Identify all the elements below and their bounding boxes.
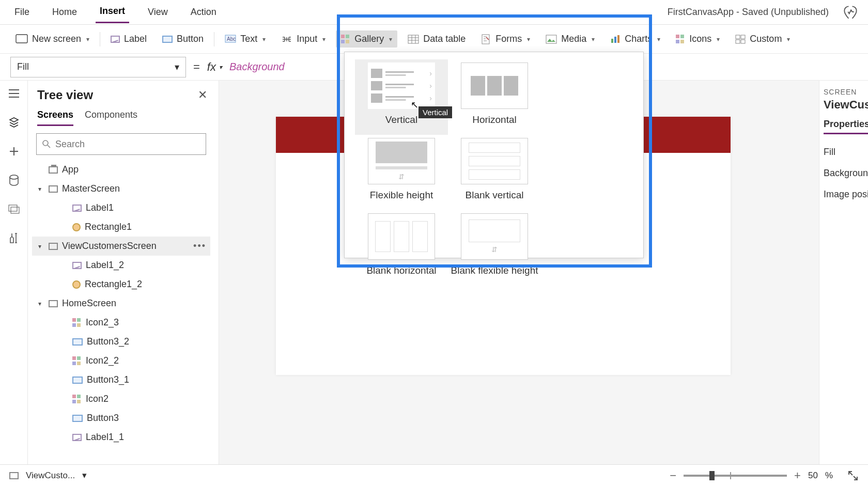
hamburger-icon[interactable] — [7, 87, 21, 100]
properties-screen-name: ViewCusto — [824, 98, 868, 112]
button-button[interactable]: Button — [157, 30, 209, 48]
tab-components[interactable]: Components — [85, 109, 137, 126]
media-button[interactable]: Media▾ — [540, 30, 600, 48]
zoom-slider[interactable] — [684, 475, 787, 477]
status-bar: ViewCusto... ▾ − + 50 % — [0, 464, 868, 486]
new-screen-button[interactable]: New screen▾ — [10, 30, 95, 48]
tree: App ▾MasterScreen Label1 Rectangle1 ▾Vie… — [32, 160, 210, 459]
svg-rect-5 — [546, 35, 556, 43]
gallery-blank-vertical[interactable]: Blank vertical — [448, 135, 541, 210]
gallery-blank-flexible[interactable]: ⇵ Blank flexible height — [448, 210, 541, 286]
zoom-thumb[interactable] — [709, 471, 715, 480]
tree-node-label1[interactable]: Label1 — [32, 198, 210, 217]
icons-label: Icons — [689, 34, 711, 44]
tree-view-icon[interactable] — [7, 116, 21, 129]
icon-icon — [72, 318, 82, 327]
custom-button[interactable]: Custom▾ — [730, 30, 795, 48]
cursor-icon: ↖ — [411, 99, 419, 111]
gallery-button[interactable]: Gallery▾ — [336, 30, 397, 48]
media-icon — [546, 35, 557, 44]
tools-icon[interactable] — [7, 231, 21, 245]
shape-icon — [72, 280, 81, 289]
add-icon[interactable] — [7, 145, 21, 158]
gallery-blank-flexible-label: Blank flexible height — [451, 265, 538, 276]
input-button[interactable]: Input▾ — [276, 30, 331, 48]
label-icon — [72, 262, 82, 269]
fx-button[interactable]: fx▾ — [207, 60, 222, 74]
svg-rect-9 — [736, 35, 740, 39]
tree-node-button3-2[interactable]: Button3_2 — [32, 332, 210, 351]
chevron-down-icon: ▾ — [86, 36, 89, 43]
tree-node-rectangle1[interactable]: Rectangle1 — [32, 217, 210, 237]
gallery-flexible[interactable]: ⇵ Flexible height — [355, 135, 448, 210]
gallery-vertical[interactable]: › › › Vertical — [355, 59, 448, 135]
app-checker-icon[interactable] — [843, 5, 858, 20]
gallery-dropdown: › › › Vertical Horizontal ⇵ Flexible hei… — [344, 52, 644, 258]
custom-icon — [735, 35, 746, 44]
more-icon[interactable]: ••• — [193, 241, 206, 252]
menu-insert[interactable]: Insert — [96, 2, 129, 23]
search-input[interactable]: Search — [36, 133, 206, 155]
tree-node-label1-2[interactable]: Label1_2 — [32, 256, 210, 275]
gallery-horizontal[interactable]: Horizontal — [448, 59, 541, 135]
tree-node-icon2[interactable]: Icon2 — [32, 389, 210, 409]
button-btn-label: Button — [177, 34, 204, 44]
ribbon: New screen▾ Label Button Abc Text▾ Input… — [0, 25, 868, 54]
formula-expression[interactable]: Background — [229, 61, 285, 73]
chevron-down-icon: ▾ — [322, 36, 326, 43]
svg-rect-10 — [741, 35, 745, 39]
menu-file[interactable]: File — [10, 3, 34, 22]
properties-tab[interactable]: Properties — [824, 119, 868, 134]
tree-node-masterscreen[interactable]: ▾MasterScreen — [32, 179, 210, 198]
prop-background[interactable]: Background — [824, 163, 868, 184]
label-icon — [72, 434, 82, 441]
tree-node-button3[interactable]: Button3 — [32, 409, 210, 428]
properties-pane: SCREEN ViewCusto Properties Fill Backgro… — [819, 81, 868, 464]
button-icon — [72, 415, 83, 422]
menu-view[interactable]: View — [144, 3, 172, 22]
data-icon[interactable] — [7, 174, 21, 187]
tab-screens[interactable]: Screens — [37, 109, 73, 126]
fullscreen-icon[interactable] — [847, 470, 859, 481]
tree-node-rectangle1-2[interactable]: Rectangle1_2 — [32, 275, 210, 294]
chevron-down-icon: ▾ — [592, 36, 595, 43]
gallery-blank-vertical-thumb — [461, 138, 528, 184]
tree-node-icon2-2[interactable]: Icon2_2 — [32, 351, 210, 370]
equals-sign: = — [193, 60, 200, 74]
label-button[interactable]: Label — [105, 30, 152, 48]
close-icon[interactable]: ✕ — [198, 88, 207, 102]
chevron-down-icon: ▾ — [787, 36, 790, 43]
text-button[interactable]: Abc Text▾ — [220, 30, 271, 48]
svg-rect-8 — [617, 35, 619, 43]
menu-home[interactable]: Home — [48, 3, 81, 22]
chevron-down-icon[interactable]: ▾ — [82, 470, 87, 481]
tree-node-app[interactable]: App — [32, 160, 210, 179]
tree-node-homescreen[interactable]: ▾HomeScreen — [32, 294, 210, 313]
svg-rect-3 — [408, 35, 419, 43]
icon-icon — [72, 356, 82, 366]
gallery-blank-horizontal[interactable]: Blank horizontal — [355, 210, 448, 286]
media-rail-icon[interactable] — [7, 202, 21, 216]
tree-node-viewcustomersscreen[interactable]: ▾ViewCustomersScreen••• — [32, 237, 210, 256]
charts-button[interactable]: Charts▾ — [605, 30, 665, 48]
svg-rect-12 — [741, 40, 745, 43]
label-icon — [111, 36, 120, 43]
data-table-button[interactable]: Data table — [402, 30, 471, 48]
zoom-in-button[interactable]: + — [794, 469, 801, 482]
gallery-blank-horizontal-thumb — [368, 213, 435, 260]
status-screen-name[interactable]: ViewCusto... — [26, 471, 75, 481]
zoom-out-button[interactable]: − — [670, 469, 676, 482]
prop-fill[interactable]: Fill — [824, 142, 868, 163]
prop-image-position[interactable]: Image posit — [824, 184, 868, 205]
gallery-tooltip: Vertical — [419, 106, 452, 118]
forms-button[interactable]: Forms▾ — [476, 30, 535, 48]
chevron-down-icon: ▾ — [657, 36, 660, 43]
tree-tabs: Screens Components — [32, 105, 210, 126]
icons-button[interactable]: Icons▾ — [671, 30, 725, 48]
property-selector[interactable]: Fill ▾ — [10, 57, 186, 77]
charts-label: Charts — [625, 34, 652, 44]
tree-node-icon2-3[interactable]: Icon2_3 — [32, 313, 210, 332]
tree-node-button3-1[interactable]: Button3_1 — [32, 370, 210, 389]
tree-node-label1-1[interactable]: Label1_1 — [32, 428, 210, 447]
menu-action[interactable]: Action — [187, 3, 221, 22]
